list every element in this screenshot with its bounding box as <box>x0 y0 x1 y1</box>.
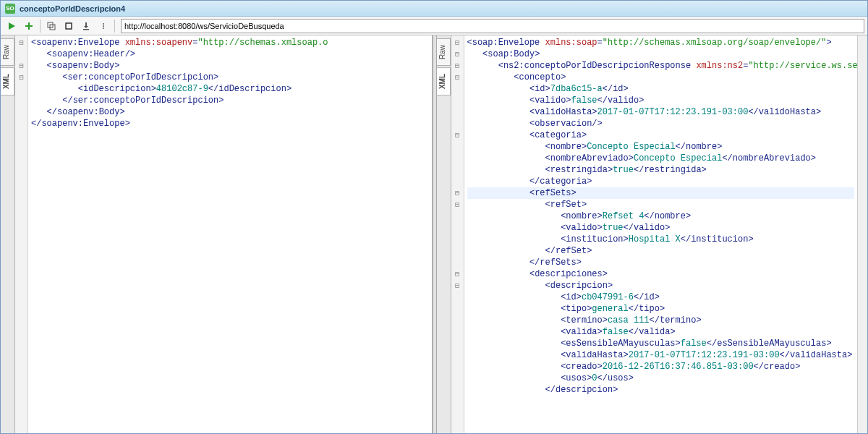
tab-xml[interactable]: XML <box>1 67 14 95</box>
svg-rect-2 <box>25 25 33 27</box>
fold-icon[interactable]: ⊟ <box>451 129 464 141</box>
fold-icon[interactable]: ⊟ <box>15 72 27 83</box>
response-pane: Raw XML ⊟ ⊟ ⊟ ⊟ ⊟ ⊟ ⊟ ⊟ ⊟ <soap:Envelope… <box>437 35 868 433</box>
tab-raw[interactable]: Raw <box>1 38 14 66</box>
request-gutter[interactable]: ⊟ ⊟ ⊟ <box>15 35 28 433</box>
toolbar-separator <box>114 20 115 33</box>
endpoint-url-input[interactable] <box>121 19 864 33</box>
response-side-tabs: Raw XML <box>437 35 451 433</box>
svg-point-9 <box>103 23 104 25</box>
fold-icon[interactable]: ⊟ <box>451 60 464 72</box>
titlebar: SO conceptoPorIdDescripcion4 <box>1 1 867 17</box>
fold-icon[interactable]: ⊟ <box>15 60 27 72</box>
download-button[interactable] <box>78 19 94 33</box>
window-title: conceptoPorIdDescripcion4 <box>20 4 125 13</box>
submit-button[interactable] <box>4 19 20 33</box>
fold-icon[interactable]: ⊟ <box>451 199 464 210</box>
fold-icon[interactable]: ⊟ <box>451 187 464 199</box>
tab-xml[interactable]: XML <box>437 67 451 95</box>
fold-icon[interactable]: ⊟ <box>451 37 464 48</box>
svg-point-11 <box>103 27 104 29</box>
fold-icon[interactable]: ⊟ <box>451 72 464 83</box>
soap-icon: SO <box>5 4 15 14</box>
svg-marker-0 <box>9 22 15 30</box>
response-gutter[interactable]: ⊟ ⊟ ⊟ ⊟ ⊟ ⊟ ⊟ ⊟ ⊟ <box>451 35 464 433</box>
svg-marker-7 <box>84 26 88 28</box>
clone-button[interactable] <box>43 19 59 33</box>
fold-icon[interactable]: ⊟ <box>15 37 27 48</box>
fold-icon[interactable]: ⊟ <box>451 48 464 60</box>
svg-point-10 <box>103 25 104 27</box>
request-side-tabs: Raw XML <box>1 35 15 433</box>
more-button[interactable] <box>95 19 111 33</box>
scrollbar[interactable] <box>857 35 867 433</box>
fold-icon[interactable]: ⊟ <box>451 268 464 280</box>
request-pane: Raw XML ⊟ ⊟ ⊟ <soapenv:Envelope xmlns:so… <box>1 35 433 433</box>
add-button[interactable] <box>21 19 37 33</box>
soapui-window: SO conceptoPorIdDescripcion4 Raw <box>0 0 868 434</box>
stop-button[interactable] <box>61 19 77 33</box>
response-xml[interactable]: <soap:Envelope xmlns:soap="http://schema… <box>464 35 858 433</box>
toolbar <box>1 17 867 35</box>
request-xml[interactable]: <soapenv:Envelope xmlns:soapenv="http://… <box>28 35 432 433</box>
toolbar-separator <box>40 20 41 33</box>
svg-rect-5 <box>66 23 72 29</box>
fold-icon[interactable]: ⊟ <box>451 280 464 292</box>
panes: Raw XML ⊟ ⊟ ⊟ <soapenv:Envelope xmlns:so… <box>1 35 867 433</box>
tab-raw[interactable]: Raw <box>437 38 451 66</box>
svg-rect-8 <box>83 29 89 30</box>
